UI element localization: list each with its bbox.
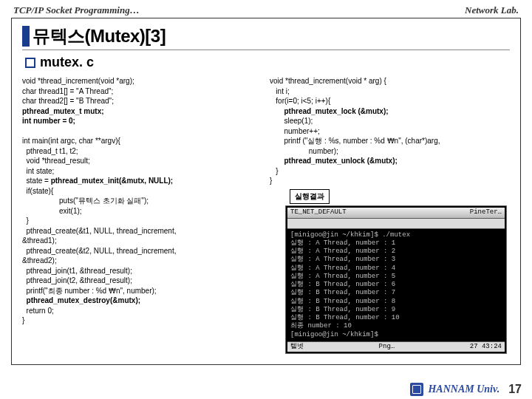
page-number: 17 [508,383,522,396]
term-status-mid: Png… [379,343,395,351]
terminal-title-left: TE_NET_DEFAULT [290,208,347,216]
terminal-body: [minigoo@jin ~/khkim]$ ./mutex 실행 : A Th… [287,229,505,341]
slide-footer: HANNAM Univ. 17 [410,383,522,396]
result-label: 실행결과 [290,189,330,204]
terminal-statusbar: 텔넷 Png… 27 43:24 [287,341,505,352]
university-name: HANNAM Univ. [428,383,499,395]
bullet-box-icon [25,58,35,68]
terminal-titlebar: TE_NET_DEFAULT PineTer… [287,208,505,218]
terminal-window: TE_NET_DEFAULT PineTer… [minigoo@jin ~/k… [285,205,507,354]
result-block: 실행결과 TE_NET_DEFAULT PineTer… [minigoo@ji… [285,188,507,354]
title-marker [22,26,30,47]
header-right: Network Lab. [465,4,519,16]
term-status-left: 텔넷 [290,343,304,351]
title-bar: 뮤텍스(Mutex)[3] [22,24,510,50]
terminal-toolbar [287,219,505,229]
code-left: void *thread_increment(void *arg); char … [22,76,262,326]
terminal-title-right: PineTer… [470,208,502,216]
main-content: 뮤텍스(Mutex)[3] mutex. c void *thread_incr… [11,18,521,365]
slide-header: TCP/IP Socket Programming… Network Lab. [0,0,532,18]
header-left: TCP/IP Socket Programming… [13,4,140,16]
university-logo-icon [410,383,423,396]
term-status-right: 27 43:24 [470,343,502,351]
slide-title: 뮤텍스(Mutex)[3] [33,24,166,48]
subtitle-row: mutex. c [25,55,510,70]
subtitle-text: mutex. c [40,55,94,70]
